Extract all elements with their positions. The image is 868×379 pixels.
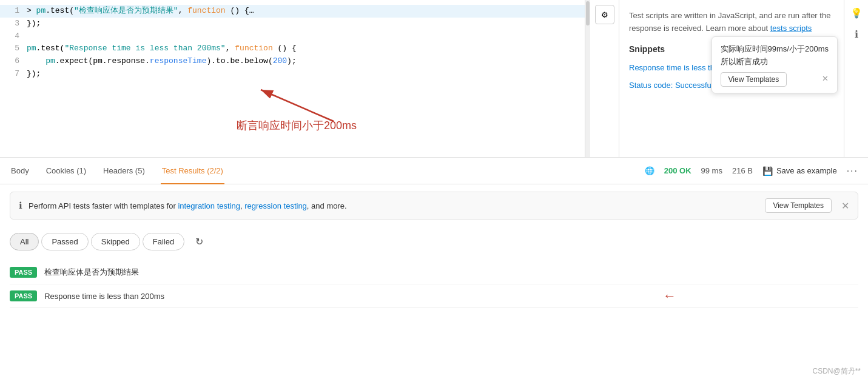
save-example-button[interactable]: 💾 Save as example: [762, 166, 837, 176]
line-number: 5: [5, 42, 19, 55]
tab-body[interactable]: Body: [10, 158, 30, 184]
test-name: Response time is less than 200ms: [44, 292, 164, 301]
tab-cookies[interactable]: Cookies (1): [45, 158, 87, 184]
tab-test-results[interactable]: Test Results (2/2): [161, 158, 224, 184]
test-row: PASSResponse time is less than 200ms←: [10, 284, 858, 308]
integration-testing-link[interactable]: integration testing: [178, 201, 240, 210]
code-editor[interactable]: 1> pm.test("检查响应体是否为预期结果", function () {…: [0, 0, 585, 157]
line-number: 7: [5, 68, 19, 81]
test-results: PASS检查响应体是否为预期结果PASSResponse time is les…: [0, 256, 868, 313]
gear-icon: ⚙: [601, 10, 608, 19]
info-circle-icon[interactable]: ℹ: [855, 29, 858, 40]
tab-actions: 🌐 200 OK 99 ms 216 B 💾 Save as example ·…: [645, 166, 858, 176]
response-section: BodyCookies (1)Headers (5)Test Results (…: [0, 158, 868, 379]
test-row: PASS检查响应体是否为预期结果: [10, 261, 858, 284]
pass-badge: PASS: [10, 267, 37, 278]
code-toolbar: ⚙: [590, 0, 619, 157]
filter-bar: AllPassedSkippedFailed ↻: [0, 227, 868, 256]
line-number: 1: [5, 5, 19, 18]
code-line: 1> pm.test("检查响应体是否为预期结果", function () {…: [0, 5, 585, 18]
line-number: 3: [5, 18, 19, 30]
filter-failed[interactable]: Failed: [143, 233, 184, 250]
view-templates-button[interactable]: View Templates: [765, 198, 832, 213]
test-name: 检查响应体是否为预期结果: [44, 267, 139, 278]
line-content: });: [27, 18, 41, 30]
code-line: 4: [0, 30, 585, 43]
refresh-button[interactable]: ↻: [189, 232, 209, 251]
info-icon: ℹ: [19, 200, 22, 211]
response-time: 99 ms: [701, 166, 722, 175]
tabs-bar: BodyCookies (1)Headers (5)Test Results (…: [0, 158, 868, 184]
filter-skipped[interactable]: Skipped: [91, 233, 140, 250]
globe-icon: 🌐: [645, 166, 654, 175]
line-number: 4: [5, 30, 19, 43]
annotation-arrow-2: ←: [663, 288, 676, 304]
tests-scripts-link[interactable]: tests scripts: [770, 24, 812, 33]
sidebar-description: Test scripts are written in JavaScript, …: [629, 10, 834, 35]
bulb-icon[interactable]: 💡: [850, 7, 863, 19]
code-line: 3});: [0, 18, 585, 30]
right-icon-strip: 💡 ℹ: [844, 0, 868, 157]
snippet-item[interactable]: Response time is less than 200ms: [629, 62, 834, 75]
regression-testing-link[interactable]: regression testing: [244, 201, 307, 210]
info-banner: ℹ Perform API tests faster with template…: [10, 192, 858, 220]
banner-text: Perform API tests faster with templates …: [29, 201, 347, 210]
tab-headers[interactable]: Headers (5): [102, 158, 146, 184]
filter-passed[interactable]: Passed: [41, 233, 88, 250]
banner-close-icon[interactable]: ✕: [841, 200, 849, 212]
pass-badge: PASS: [10, 290, 37, 301]
sidebar-panel: Test scripts are written in JavaScript, …: [619, 0, 844, 157]
snippets-title: Snippets: [629, 42, 834, 56]
response-size: 216 B: [732, 166, 753, 175]
gear-button[interactable]: ⚙: [595, 5, 614, 24]
code-line: 5pm.test("Response time is less than 200…: [0, 42, 585, 55]
code-line: 7});: [0, 68, 585, 81]
line-content: > pm.test("检查响应体是否为预期结果", function () {…: [27, 5, 254, 18]
line-number: 6: [5, 55, 19, 68]
filter-all[interactable]: All: [10, 233, 39, 250]
save-icon: 💾: [762, 166, 773, 176]
line-content: pm.expect(pm.response.responseTime).to.b…: [27, 55, 297, 68]
line-content: });: [27, 68, 41, 81]
more-button[interactable]: ···: [847, 166, 858, 176]
status-ok: 200 OK: [664, 166, 691, 175]
code-line: 6 pm.expect(pm.response.responseTime).to…: [0, 55, 585, 68]
watermark: CSDN@简丹**: [812, 366, 861, 377]
snippet-item[interactable]: Status code: Successful POST request: [629, 79, 834, 92]
line-content: pm.test("Response time is less than 200m…: [27, 42, 297, 55]
